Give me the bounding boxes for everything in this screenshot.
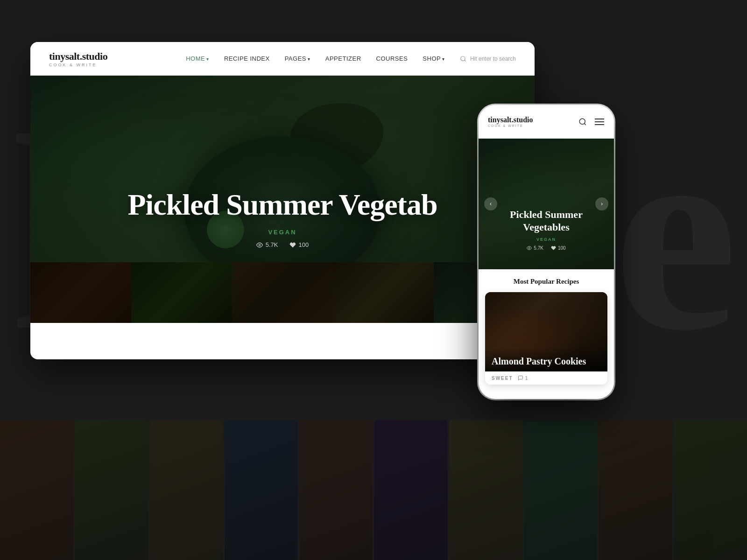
desktop-hero: Pickled Summer Vegetab VEGAN 5.7K 100 — [30, 76, 535, 323]
thumbnail-4[interactable] — [333, 262, 434, 323]
mobile-section-title: Most Popular Recipes — [479, 269, 614, 292]
mobile-logo[interactable]: tinysalt.studio COOK & WRITE — [488, 116, 533, 127]
nav-courses-link[interactable]: COURSES — [376, 55, 408, 62]
likes-count: 100 — [299, 241, 309, 248]
desktop-hero-stats: 5.7K 100 — [30, 241, 535, 248]
bg-food-2 — [75, 420, 148, 560]
mobile-next-button[interactable]: › — [595, 197, 608, 210]
desktop-browser-window: tinysalt.studio COOK & WRITE HOME RECIPE… — [30, 42, 535, 359]
recipe-card-title: Almond Pastry Cookies — [492, 356, 601, 367]
recipe-card-footer: SWEET 1 — [485, 371, 607, 385]
svg-point-0 — [461, 56, 465, 60]
thumbnail-2[interactable] — [131, 262, 232, 323]
svg-point-8 — [529, 247, 530, 249]
mobile-menu-button[interactable] — [594, 117, 605, 127]
bg-food-1 — [0, 420, 73, 560]
nav-home-link[interactable]: HOME — [186, 55, 209, 62]
mobile-hero: ‹ › Pickled Summer Vegetables VEGAN 5.7K… — [479, 139, 614, 269]
svg-line-4 — [584, 123, 585, 125]
search-placeholder: Hit enter to search — [470, 56, 516, 62]
bg-food-3 — [150, 420, 223, 560]
thumbnail-3[interactable] — [232, 262, 333, 323]
views-count: 5.7K — [266, 241, 278, 248]
desktop-logo-title: tinysalt.studio — [49, 50, 107, 63]
likes-stat: 100 — [289, 241, 309, 248]
mobile-eye-icon — [527, 245, 532, 251]
mobile-device: tinysalt.studio COOK & WRITE ‹ › Pick — [479, 105, 614, 399]
mobile-likes-count: 100 — [558, 245, 566, 251]
desktop-hero-title: Pickled Summer Vegetab — [30, 189, 535, 221]
search-icon — [460, 56, 466, 62]
mobile-views-count: 5.7K — [534, 245, 543, 251]
mobile-logo-title: tinysalt.studio — [488, 116, 533, 124]
comment-count: 1 — [525, 375, 528, 381]
mobile-logo-subtitle: COOK & WRITE — [488, 124, 533, 127]
bg-food-4 — [225, 420, 298, 560]
nav-recipe-index-link[interactable]: RECIPE INDEX — [224, 55, 270, 62]
mobile-hero-content: Pickled Summer Vegetables VEGAN 5.7K 100 — [479, 209, 614, 251]
desktop-logo[interactable]: tinysalt.studio COOK & WRITE — [49, 50, 107, 67]
mobile-heart-icon — [551, 245, 556, 251]
desktop-hero-tag[interactable]: VEGAN — [30, 229, 535, 236]
mobile-views-stat: 5.7K — [527, 245, 543, 251]
nav-shop-link[interactable]: SHOP — [423, 55, 445, 62]
thumbnail-1[interactable] — [30, 262, 131, 323]
eye-icon — [256, 242, 263, 248]
mobile-hero-title: Pickled Summer Vegetables — [497, 209, 595, 233]
views-stat: 5.7K — [256, 241, 278, 248]
bg-letter-right: e — [613, 93, 738, 373]
svg-point-3 — [579, 119, 585, 124]
svg-point-2 — [259, 244, 261, 246]
comment-icon — [518, 375, 523, 381]
svg-line-1 — [465, 60, 466, 61]
mobile-hero-tag[interactable]: VEGAN — [497, 237, 595, 242]
bg-food-9 — [599, 420, 672, 560]
mobile-recipe-card[interactable]: Almond Pastry Cookies SWEET 1 — [485, 292, 607, 385]
recipe-card-image: Almond Pastry Cookies — [485, 292, 607, 371]
mobile-likes-stat: 100 — [551, 245, 566, 251]
bg-food-6 — [374, 420, 447, 560]
bg-food-8 — [524, 420, 597, 560]
recipe-card-overlay: Almond Pastry Cookies — [485, 348, 607, 371]
desktop-navbar: tinysalt.studio COOK & WRITE HOME RECIPE… — [30, 42, 535, 76]
mobile-nav-icons — [578, 117, 605, 127]
desktop-nav-links: HOME RECIPE INDEX PAGES APPETIZER COURSE… — [186, 55, 445, 62]
bg-food-5 — [299, 420, 373, 560]
hamburger-icon — [595, 118, 604, 126]
desktop-hero-content: Pickled Summer Vegetab VEGAN 5.7K 100 — [30, 189, 535, 248]
mobile-prev-button[interactable]: ‹ — [484, 197, 497, 210]
recipe-card-tag: SWEET — [492, 376, 513, 381]
mobile-navbar: tinysalt.studio COOK & WRITE — [479, 105, 614, 139]
heart-icon — [289, 242, 296, 248]
bg-food-10 — [674, 420, 747, 560]
nav-appetizer-link[interactable]: APPETIZER — [325, 55, 361, 62]
mobile-content: Most Popular Recipes Almond Pastry Cooki… — [479, 269, 614, 385]
recipe-card-comments: 1 — [518, 375, 528, 381]
desktop-logo-subtitle: COOK & WRITE — [49, 63, 107, 67]
desktop-search[interactable]: Hit enter to search — [460, 56, 516, 62]
background-food-items — [0, 420, 747, 560]
mobile-hero-stats: 5.7K 100 — [497, 245, 595, 251]
nav-pages-link[interactable]: PAGES — [285, 55, 310, 62]
mobile-search-icon — [578, 118, 587, 126]
mobile-search-button[interactable] — [578, 117, 588, 127]
thumbnail-strip — [30, 262, 535, 323]
bg-food-7 — [449, 420, 522, 560]
